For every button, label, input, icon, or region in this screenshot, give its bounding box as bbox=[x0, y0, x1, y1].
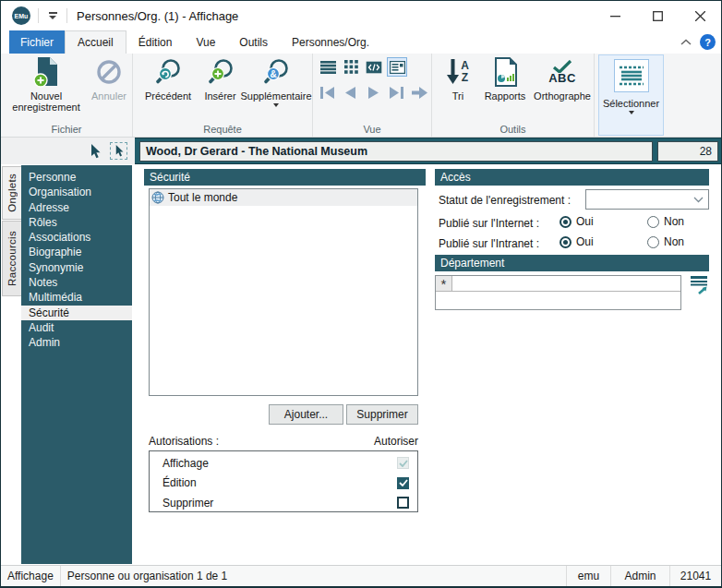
internet-non-option[interactable]: Non bbox=[647, 215, 684, 228]
code-view-icon bbox=[366, 61, 382, 74]
reports-button[interactable]: Rapports bbox=[478, 55, 532, 102]
sidebar-item-biographie[interactable]: Biographie bbox=[21, 245, 132, 259]
grid-row-divider bbox=[452, 291, 680, 292]
checkbox-supprimer-unchecked[interactable] bbox=[397, 497, 409, 509]
help-button[interactable]: ? bbox=[700, 34, 716, 50]
select-cursor-icon[interactable] bbox=[110, 142, 127, 160]
status-record-id: 21041 bbox=[669, 566, 721, 586]
minimize-icon bbox=[610, 11, 620, 21]
sort-az-icon: A Z bbox=[447, 55, 469, 89]
view-grid-button[interactable] bbox=[341, 57, 361, 77]
security-list-item-everyone[interactable]: Tout le monde bbox=[150, 189, 417, 206]
previous-record-button bbox=[339, 83, 361, 102]
permission-row-affichage: Affichage bbox=[150, 455, 417, 472]
divider bbox=[38, 8, 39, 23]
first-record-button bbox=[316, 83, 338, 102]
minimize-button[interactable] bbox=[594, 2, 636, 30]
ribbon-tab-row: Fichier Accueil Édition Vue Outils Perso… bbox=[1, 30, 721, 54]
ribbon-group-outils: A Z Tri bbox=[432, 54, 595, 137]
internet-oui-option[interactable]: Oui bbox=[560, 215, 594, 228]
sidebar-item-synonymie[interactable]: Synonymie bbox=[21, 260, 132, 275]
add-button[interactable]: Ajouter... bbox=[269, 404, 343, 425]
spellcheck-button[interactable]: ABC Orthographe bbox=[532, 55, 593, 102]
last-record-button bbox=[385, 83, 407, 102]
access-panel-header: Accès bbox=[435, 169, 709, 186]
tab-vue[interactable]: Vue bbox=[184, 30, 227, 54]
new-record-button[interactable]: Nouvel enregistrement bbox=[6, 55, 86, 113]
record-status-label: Statut de l'enregistrement : bbox=[439, 194, 571, 207]
undo-button: Annuler bbox=[88, 55, 130, 102]
sidebar-item-organisation[interactable]: Organisation bbox=[21, 185, 132, 199]
department-grid[interactable]: * bbox=[435, 275, 681, 310]
tab-personnes-org[interactable]: Personnes/Org. bbox=[280, 30, 381, 54]
search-insert-icon bbox=[207, 55, 235, 89]
intranet-label: Publié sur l'Intranet : bbox=[439, 237, 539, 250]
view-code-button[interactable] bbox=[364, 57, 384, 77]
tab-edition[interactable]: Édition bbox=[126, 30, 185, 54]
sidebar-item-admin[interactable]: Admin bbox=[21, 335, 132, 350]
tab-accueil[interactable]: Accueil bbox=[65, 30, 126, 54]
side-tab-onglets[interactable]: Onglets bbox=[2, 166, 21, 220]
previous-query-button[interactable]: Précédent bbox=[138, 55, 198, 102]
side-tab-raccourcis[interactable]: Raccourcis bbox=[2, 221, 21, 296]
module-tab-list: Personne Organisation Adresse Rôles Asso… bbox=[21, 165, 132, 564]
radio-internet-non[interactable] bbox=[647, 216, 659, 228]
permissions-label: Autorisations : bbox=[149, 435, 219, 448]
record-status-dropdown[interactable] bbox=[585, 189, 709, 210]
sidebar-item-multimedia[interactable]: Multimédia bbox=[21, 290, 132, 305]
intranet-non-option[interactable]: Non bbox=[647, 235, 684, 248]
tab-outils[interactable]: Outils bbox=[227, 30, 280, 54]
checkbox-affichage-checked-disabled bbox=[397, 457, 409, 469]
sidebar-item-roles[interactable]: Rôles bbox=[21, 215, 132, 230]
view-list-button[interactable] bbox=[318, 57, 338, 77]
ribbon-group-requete: Précédent Insérer bbox=[133, 54, 313, 137]
ribbon-group-vue: Vue bbox=[313, 54, 432, 137]
previous-record-icon bbox=[344, 87, 356, 99]
tab-page-securite: Sécurité Tout le monde Ajouter... bbox=[132, 164, 721, 566]
close-button[interactable] bbox=[679, 2, 721, 30]
chevron-down-icon bbox=[693, 197, 704, 203]
record-header-bar: Wood, Dr Gerard - The National Museum 28 bbox=[135, 138, 721, 164]
sidebar-item-securite[interactable]: Sécurité bbox=[21, 306, 132, 320]
insert-button[interactable]: Insérer bbox=[199, 55, 242, 102]
radio-intranet-non[interactable] bbox=[647, 236, 659, 248]
supplementary-button[interactable]: & Supplémentaire bbox=[242, 55, 310, 107]
grid-row-marker: * bbox=[436, 276, 452, 292]
close-icon bbox=[695, 11, 705, 21]
sidebar-item-adresse[interactable]: Adresse bbox=[21, 200, 132, 215]
group-label-requete: Requête bbox=[133, 124, 312, 135]
sidebar-item-associations[interactable]: Associations bbox=[21, 230, 132, 245]
group-label-vue: Vue bbox=[313, 124, 431, 135]
internet-label: Publié sur l'Internet : bbox=[439, 217, 539, 230]
radio-intranet-oui-selected[interactable] bbox=[560, 236, 572, 248]
record-count: 28 bbox=[657, 141, 718, 162]
intranet-oui-option[interactable]: Oui bbox=[560, 235, 594, 248]
maximize-button[interactable] bbox=[636, 2, 679, 30]
svg-text:&: & bbox=[270, 69, 276, 79]
security-listbox[interactable]: Tout le monde bbox=[149, 188, 418, 396]
grid-view-icon bbox=[344, 60, 358, 74]
last-record-icon bbox=[389, 87, 404, 99]
dropdown-arrow-icon bbox=[629, 111, 634, 114]
pointer-cursor-icon[interactable] bbox=[90, 144, 101, 159]
ribbon-group-fichier: Nouvel enregistrement Annuler Fichier bbox=[1, 54, 133, 137]
sidebar-item-personne[interactable]: Personne bbox=[21, 170, 132, 185]
radio-internet-oui-selected[interactable] bbox=[560, 216, 572, 228]
tab-fichier[interactable]: Fichier bbox=[9, 30, 65, 54]
checkbox-edition-checked[interactable] bbox=[397, 477, 409, 489]
sort-button[interactable]: A Z Tri bbox=[439, 55, 476, 102]
next-record-button bbox=[362, 83, 384, 102]
new-record-icon bbox=[32, 55, 60, 89]
content-area: Onglets Raccourcis Personne Organisation… bbox=[1, 164, 721, 566]
record-title: Wood, Dr Gerard - The National Museum bbox=[139, 141, 653, 162]
quick-access-dropdown-icon[interactable] bbox=[46, 9, 59, 22]
divider bbox=[66, 8, 67, 23]
search-previous-icon bbox=[154, 55, 182, 89]
sidebar-item-audit[interactable]: Audit bbox=[21, 320, 132, 335]
collapse-ribbon-icon[interactable] bbox=[680, 39, 692, 46]
remove-button[interactable]: Supprimer bbox=[346, 404, 418, 425]
sidebar-item-notes[interactable]: Notes bbox=[21, 275, 132, 290]
lookup-list-icon[interactable] bbox=[689, 275, 709, 295]
view-details-button[interactable] bbox=[387, 57, 407, 77]
select-button[interactable]: Sélectionner bbox=[598, 54, 664, 136]
